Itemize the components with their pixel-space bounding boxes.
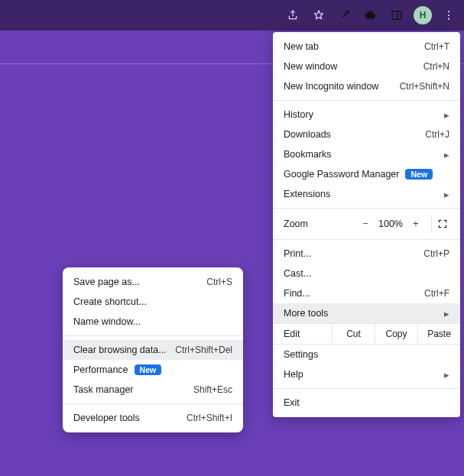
menu-label: Clear browsing data... <box>73 345 167 355</box>
menu-separator <box>63 403 243 404</box>
menu-label: More tools <box>284 308 328 319</box>
menu-label: New tab <box>284 41 319 52</box>
menu-new-incognito[interactable]: New Incognito window Ctrl+Shift+N <box>273 76 460 96</box>
submenu-task-manager[interactable]: Task manager Shift+Esc <box>63 380 243 400</box>
menu-shortcut: Ctrl+Shift+Del <box>175 345 232 355</box>
menu-separator <box>273 208 460 209</box>
new-badge: New <box>405 169 433 180</box>
menu-label: Bookmarks <box>284 149 332 160</box>
menu-edit-row: Edit Cut Copy Paste <box>273 323 460 345</box>
menu-new-window[interactable]: New window Ctrl+N <box>273 57 460 76</box>
menu-label: Help <box>284 369 303 380</box>
submenu-arrow-icon: ▸ <box>444 369 449 380</box>
menu-label: Developer tools <box>73 413 140 423</box>
menu-label: Performance <box>73 364 128 375</box>
svg-rect-0 <box>392 11 401 20</box>
menu-label: Cast... <box>284 268 311 279</box>
extensions-puzzle-icon[interactable] <box>360 5 381 26</box>
menu-label: Extensions <box>284 189 330 199</box>
zoom-out-button[interactable]: − <box>356 215 375 233</box>
menu-shortcut: Shift+Esc <box>193 384 232 395</box>
menu-shortcut: Ctrl+J <box>425 129 449 140</box>
submenu-name-window[interactable]: Name window... <box>63 312 243 332</box>
svg-point-4 <box>448 18 449 20</box>
zoom-in-button[interactable]: + <box>407 215 425 233</box>
edit-paste-button[interactable]: Paste <box>417 324 460 344</box>
svg-point-2 <box>448 11 449 12</box>
svg-point-3 <box>448 15 449 16</box>
menu-separator <box>63 335 243 336</box>
menu-exit[interactable]: Exit <box>273 393 460 413</box>
fullscreen-button[interactable] <box>431 215 453 233</box>
side-panel-icon[interactable] <box>386 5 407 26</box>
menu-separator <box>273 239 460 240</box>
menu-print[interactable]: Print... Ctrl+P <box>273 244 460 264</box>
menu-label: Create shortcut... <box>73 296 147 307</box>
submenu-arrow-icon: ▸ <box>444 149 449 160</box>
avatar-initial: H <box>414 6 432 24</box>
menu-history[interactable]: History ▸ <box>273 105 460 125</box>
menu-password-manager[interactable]: Google Password Manager New <box>273 164 460 184</box>
menu-label: Name window... <box>73 316 141 327</box>
menu-label: Exit <box>284 397 300 408</box>
menu-separator <box>273 388 460 389</box>
edit-label: Edit <box>284 329 332 339</box>
kebab-menu-icon[interactable] <box>438 5 459 26</box>
bookmark-star-icon[interactable] <box>308 5 329 26</box>
menu-label: Print... <box>284 248 311 259</box>
menu-label: New window <box>284 61 337 72</box>
menu-settings[interactable]: Settings <box>273 345 460 364</box>
zoom-label: Zoom <box>284 219 356 229</box>
menu-label: Downloads <box>284 129 331 140</box>
edit-cut-button[interactable]: Cut <box>332 324 375 344</box>
submenu-arrow-icon: ▸ <box>444 109 449 121</box>
share-icon[interactable] <box>282 5 303 26</box>
menu-shortcut: Ctrl+F <box>424 288 449 299</box>
menu-more-tools[interactable]: More tools ▸ <box>273 303 460 323</box>
menu-find[interactable]: Find... Ctrl+F <box>273 283 460 303</box>
submenu-arrow-icon: ▸ <box>444 189 449 200</box>
submenu-developer-tools[interactable]: Developer tools Ctrl+Shift+I <box>63 408 243 428</box>
menu-help[interactable]: Help ▸ <box>273 364 460 384</box>
menu-zoom-row: Zoom − 100% + <box>273 212 460 235</box>
submenu-save-page[interactable]: Save page as... Ctrl+S <box>63 272 243 292</box>
menu-shortcut: Ctrl+S <box>206 277 232 287</box>
new-badge: New <box>135 364 162 375</box>
zoom-value: 100% <box>375 219 407 229</box>
menu-label: Settings <box>284 349 318 360</box>
menu-shortcut: Ctrl+T <box>424 41 449 52</box>
browser-toolbar: H <box>0 0 464 31</box>
edit-copy-button[interactable]: Copy <box>375 324 417 344</box>
menu-label: Task manager <box>73 384 134 395</box>
menu-label: History <box>284 109 313 120</box>
submenu-clear-browsing-data[interactable]: Clear browsing data... Ctrl+Shift+Del <box>63 340 243 360</box>
menu-downloads[interactable]: Downloads Ctrl+J <box>273 125 460 144</box>
profile-avatar[interactable]: H <box>412 5 433 26</box>
menu-bookmarks[interactable]: Bookmarks ▸ <box>273 144 460 164</box>
menu-label: Find... <box>284 288 310 299</box>
menu-label: Save page as... <box>73 277 140 287</box>
menu-separator <box>273 100 460 101</box>
menu-label: Google Password Manager <box>284 169 399 180</box>
eyedropper-icon[interactable] <box>334 5 355 26</box>
menu-new-tab[interactable]: New tab Ctrl+T <box>273 37 460 57</box>
submenu-create-shortcut[interactable]: Create shortcut... <box>63 292 243 312</box>
menu-extensions[interactable]: Extensions ▸ <box>273 184 460 204</box>
menu-label: New Incognito window <box>284 81 378 92</box>
menu-shortcut: Ctrl+Shift+N <box>400 81 449 92</box>
chrome-main-menu: New tab Ctrl+T New window Ctrl+N New Inc… <box>273 32 460 417</box>
menu-shortcut: Ctrl+P <box>423 248 449 259</box>
submenu-arrow-icon: ▸ <box>444 308 449 319</box>
submenu-performance[interactable]: Performance New <box>63 360 243 380</box>
more-tools-submenu: Save page as... Ctrl+S Create shortcut..… <box>63 267 243 432</box>
menu-cast[interactable]: Cast... <box>273 264 460 283</box>
menu-shortcut: Ctrl+N <box>423 61 449 72</box>
menu-shortcut: Ctrl+Shift+I <box>187 413 232 423</box>
